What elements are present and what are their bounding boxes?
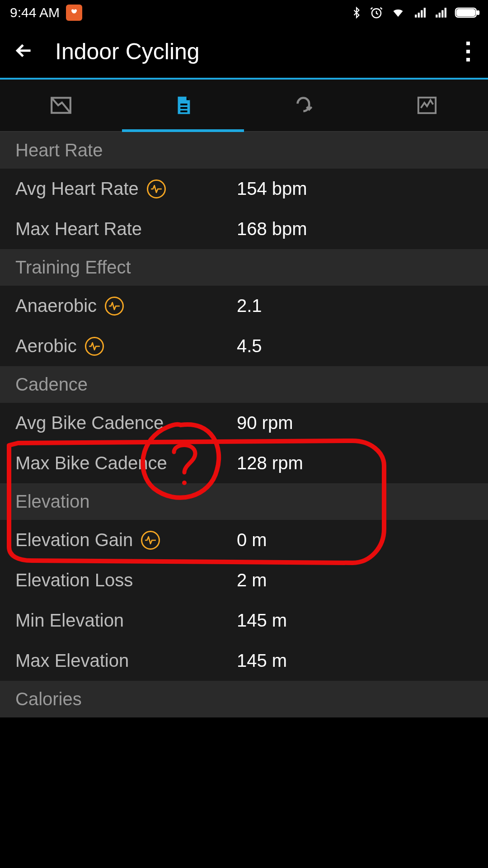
row-anaerobic[interactable]: Anaerobic 2.1 <box>0 286 488 326</box>
row-avg-heart-rate[interactable]: Avg Heart Rate 154 bpm <box>0 169 488 209</box>
back-button[interactable] <box>13 39 35 64</box>
row-value: 145 m <box>237 651 287 671</box>
pulse-icon <box>147 179 166 198</box>
row-label: Avg Bike Cadence <box>15 413 164 433</box>
row-min-elevation[interactable]: Min Elevation 145 m <box>0 600 488 641</box>
tab-stats[interactable] <box>122 80 244 131</box>
row-avg-cadence[interactable]: Avg Bike Cadence 90 rpm <box>0 403 488 443</box>
tab-charts[interactable] <box>366 80 488 131</box>
wifi-icon <box>390 6 406 19</box>
page-title: Indoor Cycling <box>55 38 446 65</box>
stats-content: Heart Rate Avg Heart Rate 154 bpm Max He… <box>0 132 488 717</box>
row-value: 145 m <box>237 610 287 631</box>
pulse-icon <box>141 531 160 550</box>
svg-rect-6 <box>180 107 187 109</box>
battery-icon <box>455 6 480 19</box>
row-aerobic[interactable]: Aerobic 4.5 <box>0 326 488 366</box>
tab-bar <box>0 80 488 132</box>
row-label: Elevation Gain <box>15 530 133 550</box>
row-label: Elevation Loss <box>15 570 133 590</box>
row-label: Max Heart Rate <box>15 219 142 239</box>
row-value: 154 bpm <box>237 179 307 199</box>
row-label: Max Bike Cadence <box>15 453 167 473</box>
signal-icon-2 <box>434 7 447 19</box>
row-value: 4.5 <box>237 336 262 356</box>
signal-icon-1 <box>413 7 427 19</box>
pulse-icon <box>105 297 124 316</box>
row-label: Min Elevation <box>15 610 124 631</box>
pulse-icon <box>85 337 104 356</box>
row-value: 0 m <box>237 530 267 550</box>
row-label: Max Elevation <box>15 651 129 671</box>
section-heart-rate: Heart Rate <box>0 132 488 169</box>
row-value: 90 rpm <box>237 413 293 433</box>
section-calories: Calories <box>0 681 488 717</box>
row-elevation-gain[interactable]: Elevation Gain 0 m <box>0 520 488 560</box>
status-bar: 9:44 AM <box>0 0 488 25</box>
menu-button[interactable] <box>466 42 475 61</box>
section-cadence: Cadence <box>0 366 488 403</box>
svg-rect-5 <box>180 104 187 105</box>
status-time: 9:44 AM <box>10 5 60 20</box>
row-value: 168 bpm <box>237 219 307 239</box>
tab-map[interactable] <box>0 80 122 131</box>
app-notification-icon <box>66 5 82 21</box>
row-max-heart-rate[interactable]: Max Heart Rate 168 bpm <box>0 209 488 249</box>
row-label: Aerobic <box>15 336 77 356</box>
tab-laps[interactable] <box>244 80 366 131</box>
header-bar: Indoor Cycling <box>0 25 488 80</box>
row-value: 2 m <box>237 570 267 590</box>
section-elevation: Elevation <box>0 483 488 520</box>
row-max-cadence[interactable]: Max Bike Cadence 128 rpm <box>0 443 488 483</box>
svg-rect-7 <box>180 111 187 113</box>
row-elevation-loss[interactable]: Elevation Loss 2 m <box>0 560 488 600</box>
row-label: Avg Heart Rate <box>15 179 139 199</box>
alarm-icon <box>370 6 383 19</box>
section-training-effect: Training Effect <box>0 249 488 286</box>
row-max-elevation[interactable]: Max Elevation 145 m <box>0 641 488 681</box>
row-label: Anaerobic <box>15 296 97 316</box>
bluetooth-icon <box>351 5 362 20</box>
row-value: 128 rpm <box>237 453 303 473</box>
svg-rect-3 <box>457 9 475 16</box>
svg-rect-2 <box>477 11 479 14</box>
row-value: 2.1 <box>237 296 262 316</box>
